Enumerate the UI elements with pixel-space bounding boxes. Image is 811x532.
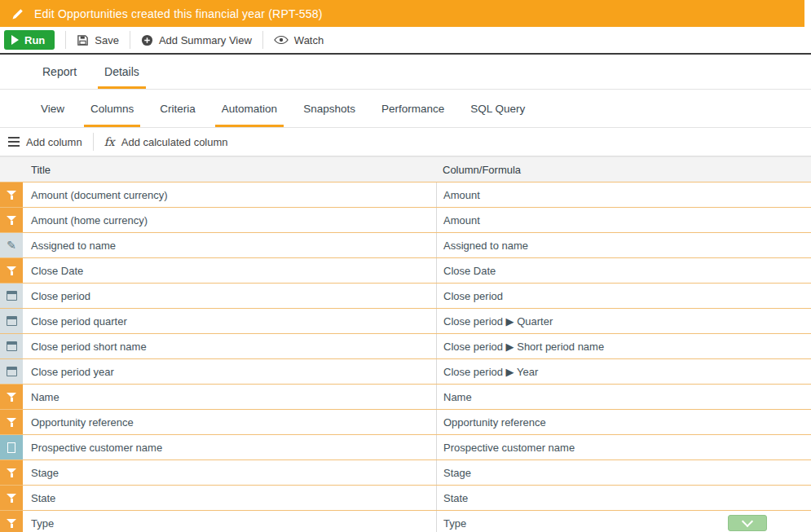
secondary-tabs: View Columns Criteria Automation Snapsho… — [0, 90, 811, 128]
tab-automation-label: Automation — [222, 103, 277, 115]
add-calculated-column-button[interactable]: fx Add calculated column — [104, 135, 228, 148]
tab-details[interactable]: Details — [103, 55, 141, 89]
add-circle-icon — [141, 34, 153, 46]
filter-icon[interactable] — [0, 511, 23, 532]
tab-report[interactable]: Report — [41, 55, 78, 89]
toolbar-divider — [262, 31, 263, 49]
calendar-icon[interactable] — [0, 284, 23, 308]
toolbar-divider — [130, 31, 130, 49]
primary-tabs: Report Details — [0, 55, 811, 90]
row-formula: Assigned to name — [436, 233, 811, 257]
run-button[interactable]: Run — [4, 30, 55, 50]
row-title: Prospective customer name — [23, 435, 436, 459]
organisation-icon[interactable] — [0, 435, 23, 459]
fx-icon: fx — [104, 135, 115, 148]
row-title: Opportunity reference — [23, 410, 436, 434]
row-formula: Name — [436, 385, 811, 409]
row-formula: Stage — [436, 460, 811, 485]
toolbar: Run Save Add Summary View — [0, 27, 811, 55]
page-header: Edit Opportunities created this financia… — [0, 0, 804, 27]
play-icon — [11, 35, 19, 45]
watch-label: Watch — [294, 34, 324, 46]
table-row[interactable]: Close period yearClose period ▶ Year — [0, 359, 811, 385]
row-title: Amount (document currency) — [23, 182, 436, 207]
row-title: Assigned to name — [23, 233, 436, 257]
filter-icon[interactable] — [0, 486, 23, 510]
row-title: Close period year — [23, 359, 436, 384]
table-row[interactable]: TypeType — [0, 511, 811, 532]
tab-criteria-label: Criteria — [160, 103, 196, 115]
tab-report-label: Report — [42, 65, 77, 78]
filter-icon[interactable] — [0, 460, 23, 485]
eye-icon — [274, 35, 289, 45]
row-formula: Opportunity reference — [436, 410, 811, 434]
row-formula: State — [436, 486, 811, 510]
chevron-down-icon — [742, 516, 753, 527]
row-formula: Amount — [436, 208, 811, 232]
table-row[interactable]: Prospective customer nameProspective cus… — [0, 435, 811, 460]
add-summary-view-button[interactable]: Add Summary View — [141, 34, 252, 46]
table-row[interactable]: Close period quarterClose period ▶ Quart… — [0, 309, 811, 334]
page-title: Edit Opportunities created this financia… — [34, 7, 323, 20]
row-title: Amount (home currency) — [23, 208, 436, 232]
table-row[interactable]: Opportunity referenceOpportunity referen… — [0, 410, 811, 435]
tab-criteria[interactable]: Criteria — [158, 90, 197, 127]
table-row[interactable]: NameName — [0, 385, 811, 410]
filter-icon[interactable] — [0, 258, 23, 283]
column-header-title: Title — [0, 164, 436, 176]
toolbar-divider — [65, 31, 66, 49]
tab-sql-query[interactable]: SQL Query — [469, 90, 527, 127]
run-label: Run — [24, 34, 45, 46]
scroll-down-button[interactable] — [728, 515, 767, 531]
save-label: Save — [95, 34, 119, 46]
tab-snapshots[interactable]: Snapshots — [302, 90, 357, 127]
add-calculated-column-label: Add calculated column — [121, 136, 228, 148]
row-formula: Amount — [436, 182, 811, 207]
actions-divider — [93, 133, 94, 151]
table-row[interactable]: Close periodClose period — [0, 284, 811, 309]
tab-performance-label: Performance — [381, 103, 444, 115]
table-row[interactable]: Amount (document currency)Amount — [0, 182, 811, 208]
row-title: Close period quarter — [23, 309, 436, 333]
table-row[interactable]: StageStage — [0, 460, 811, 486]
row-formula: Close period ▶ Year — [436, 359, 811, 384]
row-title: Type — [23, 511, 436, 532]
tab-columns-label: Columns — [90, 103, 134, 115]
row-title: Close period — [23, 284, 436, 308]
tab-performance[interactable]: Performance — [380, 90, 446, 127]
tab-automation[interactable]: Automation — [220, 90, 279, 127]
calendar-icon[interactable] — [0, 359, 23, 384]
tab-view[interactable]: View — [39, 90, 66, 127]
row-title: Close period short name — [23, 334, 436, 358]
table-header: Title Column/Formula — [0, 156, 811, 182]
calendar-icon[interactable] — [0, 334, 23, 358]
filter-icon[interactable] — [0, 208, 23, 232]
filter-icon[interactable] — [0, 385, 23, 409]
row-title: Name — [23, 385, 436, 409]
table-row[interactable]: Close DateClose Date — [0, 258, 811, 284]
tab-columns[interactable]: Columns — [89, 90, 135, 127]
add-column-button[interactable]: Add column — [8, 136, 82, 148]
table-body: Amount (document currency)AmountAmount (… — [0, 182, 811, 532]
row-formula: Close period ▶ Quarter — [436, 309, 811, 333]
calendar-icon[interactable] — [0, 309, 23, 333]
row-title: Close Date — [23, 258, 436, 283]
save-button[interactable]: Save — [77, 34, 119, 46]
tab-details-label: Details — [104, 65, 139, 78]
report-editor-page: Edit Opportunities created this financia… — [0, 0, 811, 532]
pencil-icon — [11, 7, 24, 20]
add-summary-view-label: Add Summary View — [159, 34, 252, 46]
table-row[interactable]: StateState — [0, 486, 811, 511]
row-title: State — [23, 486, 436, 510]
tab-snapshots-label: Snapshots — [303, 103, 355, 115]
filter-icon[interactable] — [0, 182, 23, 207]
row-formula: Prospective customer name — [436, 435, 811, 459]
table-row[interactable]: Assigned to nameAssigned to name — [0, 233, 811, 258]
table-row[interactable]: Amount (home currency)Amount — [0, 208, 811, 233]
column-header-formula: Column/Formula — [436, 164, 521, 176]
pen-icon[interactable] — [0, 233, 23, 257]
table-row[interactable]: Close period short nameClose period ▶ Sh… — [0, 334, 811, 359]
tab-sql-query-label: SQL Query — [470, 103, 525, 115]
filter-icon[interactable] — [0, 410, 23, 434]
watch-button[interactable]: Watch — [274, 34, 324, 46]
